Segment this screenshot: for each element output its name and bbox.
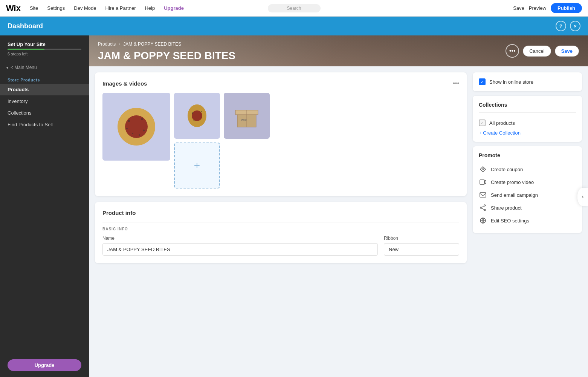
top-bar: Wix Site Settings Dev Mode Hire a Partne… xyxy=(0,0,588,17)
top-bar-right: Save Preview Publish xyxy=(513,3,582,13)
wix-logo: Wix xyxy=(6,3,21,13)
nav-site[interactable]: Site xyxy=(30,5,38,11)
publish-button[interactable]: Publish xyxy=(551,3,582,13)
nav-partner[interactable]: Hire a Partner xyxy=(105,5,136,11)
preview-button[interactable]: Preview xyxy=(529,5,546,11)
nav-devmode[interactable]: Dev Mode xyxy=(74,5,96,11)
search-placeholder: Search xyxy=(287,6,301,11)
save-button[interactable]: Save xyxy=(513,5,524,11)
nav-upgrade[interactable]: Upgrade xyxy=(164,5,184,11)
nav-settings[interactable]: Settings xyxy=(47,5,65,11)
nav-help[interactable]: Help xyxy=(145,5,155,11)
search-bar[interactable]: Search xyxy=(268,4,321,12)
